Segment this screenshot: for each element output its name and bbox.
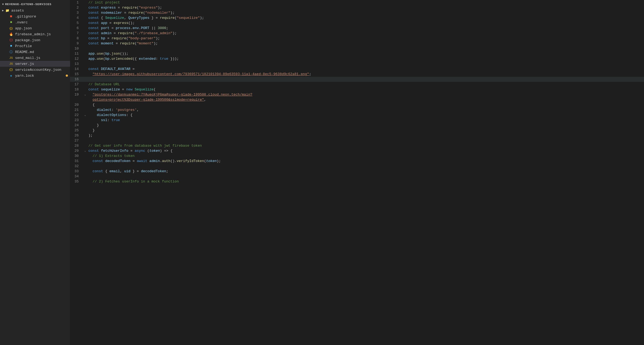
code-line-19-cont: options=project%3Dsuper-glade-199500&ssl…	[70, 97, 644, 102]
readme-label: README.md	[15, 50, 34, 54]
procfile-label: Procfile	[15, 44, 32, 48]
sidebar-item-sendmail[interactable]: JS send_mail.js	[0, 55, 70, 61]
code-line-2: 2 const express = require("express");	[70, 5, 644, 10]
code-editor[interactable]: 1 // init project 2 const express = requ…	[70, 0, 644, 345]
code-line-19: 19 ⌄ "postgres://dankuanmei:7YAueoXjP6ma…	[70, 92, 644, 97]
modified-dot	[66, 75, 68, 77]
code-line-33: 33 const { email, uid } = decodedToken;	[70, 169, 644, 174]
code-line-3: 3 const nodemailer = require("nodemailer…	[70, 10, 644, 15]
code-line-15: 15 "https://user-images.githubuserconten…	[70, 72, 644, 77]
sidebar-item-appjson[interactable]: {} app.json	[0, 25, 70, 31]
code-line-16: 16	[70, 77, 644, 82]
code-line-1: 1 // init project	[70, 0, 644, 5]
code-line-34: 34	[70, 174, 644, 179]
appjson-icon: {}	[9, 26, 13, 30]
code-line-20: 20 {	[70, 102, 644, 107]
project-chevron: ▼	[2, 3, 4, 6]
sidebar-item-readme[interactable]: ⓘ README.md	[0, 49, 70, 55]
folder-icon: 📁	[5, 8, 10, 13]
code-line-12: 12 app.use(bp.urlencoded({ extended: tru…	[70, 56, 644, 61]
code-line-5: 5 const app = express();	[70, 20, 644, 26]
sidebar-item-firebase[interactable]: 🔥 firebase_admin.js	[0, 31, 70, 37]
code-line-13: 13	[70, 61, 644, 66]
appjson-label: app.json	[15, 26, 32, 30]
gitignore-label: .gitignore	[15, 15, 36, 19]
code-line-18: 18 const sequelize = new Sequelize(	[70, 87, 644, 92]
readme-icon: ⓘ	[9, 50, 13, 54]
code-line-27: 27	[70, 138, 644, 143]
code-line-10: 10	[70, 46, 644, 51]
code-line-4: 4 const { Sequelize, QueryTypes } = requ…	[70, 15, 644, 20]
sidebar-item-procfile[interactable]: ■ Procfile	[0, 43, 70, 49]
code-line-26: 26 );	[70, 133, 644, 138]
sidebar-item-servicekey[interactable]: {} serviceAccountKey.json	[0, 67, 70, 73]
yarnlock-icon: ◆	[9, 73, 13, 78]
serverjs-icon: JS	[9, 62, 13, 66]
sidebar-item-assets[interactable]: ▶ 📁 assets	[0, 8, 70, 13]
code-line-28: 28 // Get user info from database with j…	[70, 143, 644, 148]
yarnlock-label: yarn.lock	[15, 74, 34, 78]
code-line-23: 23 ssl: true	[70, 118, 644, 123]
code-line-24: 24 }	[70, 123, 644, 128]
code-line-29: 29 ⌄ const fetchUserInfo = async (token)…	[70, 148, 644, 153]
nvmrc-icon: ■	[9, 20, 13, 24]
code-line-8: 8 const bp = require("body-parser");	[70, 36, 644, 41]
procfile-icon: ■	[9, 44, 13, 48]
sendmail-icon: JS	[9, 56, 13, 60]
sidebar-item-serverjs[interactable]: JS server.js	[0, 61, 70, 67]
code-line-17: 17 // Database URL	[70, 82, 644, 87]
sidebar: ▼ REVENUE-EXTEND-SERVICES ▶ 📁 assets ■ .…	[0, 0, 70, 345]
serverjs-label: server.js	[15, 62, 34, 66]
code-line-31: 31 const decodedToken = await admin.auth…	[70, 159, 644, 164]
project-title: REVENUE-EXTEND-SERVICES	[5, 3, 51, 6]
servicekey-label: serviceAccountKey.json	[15, 68, 61, 72]
servicekey-icon: {}	[9, 68, 13, 72]
sendmail-label: send_mail.js	[15, 56, 40, 60]
code-line-9: 9 const moment = require("moment");	[70, 41, 644, 46]
code-line-35: 35 // 2) Fetches userInfo in a mock func…	[70, 179, 644, 184]
sidebar-item-gitignore[interactable]: ■ .gitignore	[0, 13, 70, 19]
code-content: 1 // init project 2 const express = requ…	[70, 0, 644, 184]
firebase-icon: 🔥	[9, 32, 13, 36]
code-line-21: 21 dialect: 'postgres',	[70, 107, 644, 112]
package-label: package.json	[15, 38, 40, 42]
code-line-25: 25 }	[70, 128, 644, 133]
sidebar-item-package[interactable]: {} package.json	[0, 37, 70, 43]
folder-chevron: ▶	[2, 9, 4, 12]
code-line-7: 7 const admin = require("./firebase_admi…	[70, 31, 644, 36]
sidebar-item-nvmrc[interactable]: ■ .nvmrc	[0, 19, 70, 25]
firebase-label: firebase_admin.js	[15, 32, 51, 36]
folder-label: assets	[11, 9, 24, 13]
sidebar-item-yarnlock[interactable]: ◆ yarn.lock	[0, 73, 70, 79]
code-line-22: 22 ⌄ dialectOptions: {	[70, 112, 644, 118]
code-line-14: 14 const DEFAULT_AVATAR =	[70, 66, 644, 72]
nvmrc-label: .nvmrc	[15, 20, 28, 24]
package-icon: {}	[9, 38, 13, 42]
code-line-11: 11 app.use(bp.json());	[70, 51, 644, 56]
code-line-30: 30 // 1) Extracts token	[70, 153, 644, 159]
code-line-32: 32	[70, 164, 644, 169]
project-header[interactable]: ▼ REVENUE-EXTEND-SERVICES	[0, 1, 70, 8]
gitignore-icon: ■	[9, 14, 13, 19]
code-line-6: 6 const port = process.env.PORT || 3000;	[70, 26, 644, 31]
